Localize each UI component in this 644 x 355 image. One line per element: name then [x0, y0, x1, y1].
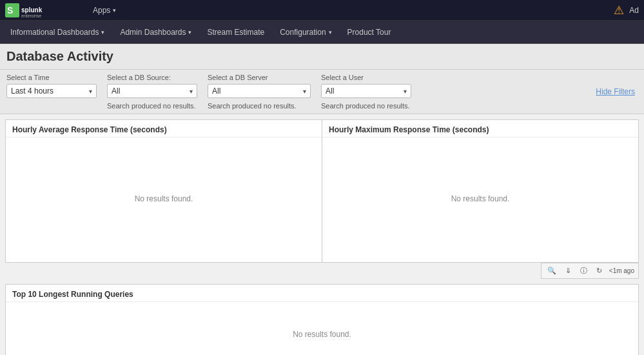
chart-panel-avg-response: Hourly Average Response Time (seconds) N… [6, 120, 322, 262]
filter-user-no-results: Search produced no results. [321, 102, 411, 110]
topbar-nav: Apps ▾ [86, 0, 614, 21]
filter-user-label: Select a User [321, 74, 411, 81]
download-icon[interactable]: ⇓ [563, 265, 573, 276]
filter-source-select[interactable]: All ▾ [107, 84, 197, 98]
bottom-title: Top 10 Longest Running Queries [6, 285, 638, 302]
nav-item-product-tour[interactable]: Product Tour [340, 21, 399, 44]
chart1-body: No results found. [6, 137, 322, 260]
navbar: Informational Dashboards ▾ Admin Dashboa… [0, 21, 644, 44]
filter-server-value: All [212, 86, 220, 96]
nav-chevron-icon: ▾ [188, 29, 191, 36]
nav-item-configuration[interactable]: Configuration ▾ [272, 21, 339, 44]
filter-user: Select a User All ▾ Search produced no r… [321, 74, 411, 110]
filter-user-value: All [326, 86, 334, 96]
nav-chevron-icon: ▾ [101, 29, 104, 36]
chart1-title: Hourly Average Response Time (seconds) [6, 120, 322, 137]
chart1-no-results: No results found. [135, 194, 193, 203]
apps-menu[interactable]: Apps ▾ [86, 0, 122, 21]
filter-time-label: Select a Time [6, 74, 97, 81]
page-content: Database Activity Select a Time Last 4 h… [0, 44, 644, 355]
nav-label: Admin Dashboards [120, 28, 186, 37]
filter-user-select[interactable]: All ▾ [321, 84, 411, 98]
alert-icon[interactable]: ⚠ [614, 3, 624, 17]
chart2-no-results: No results found. [451, 194, 510, 203]
filters-row: Select a Time Last 4 hours ▾ Select a DB… [0, 70, 644, 114]
info-icon[interactable]: ⓘ [578, 265, 589, 277]
svg-text:splunk: splunk [21, 6, 43, 14]
toolbar-time: <1m ago [609, 267, 634, 274]
chart2-title: Hourly Maximum Response Time (seconds) [322, 120, 638, 137]
filter-server-select[interactable]: All ▾ [208, 84, 311, 98]
filter-source-chevron-icon: ▾ [190, 88, 193, 95]
logo: S splunk enterprise [5, 3, 76, 17]
nav-item-informational-dashboards[interactable]: Informational Dashboards ▾ [3, 21, 112, 44]
filter-server-label: Select a DB Server [208, 74, 311, 81]
apps-label: Apps [93, 6, 110, 15]
chart2-body: No results found. [322, 137, 638, 260]
bottom-body: No results found. [6, 302, 638, 355]
bottom-section: Top 10 Longest Running Queries No result… [5, 284, 639, 355]
nav-item-stream-estimate[interactable]: Stream Estimate [199, 21, 272, 44]
hide-filters-button[interactable]: Hide Filters [593, 87, 638, 96]
filter-server: Select a DB Server All ▾ Search produced… [208, 74, 311, 110]
zoom-icon[interactable]: 🔍 [545, 265, 558, 276]
filter-time-select[interactable]: Last 4 hours ▾ [6, 84, 97, 98]
filter-time: Select a Time Last 4 hours ▾ [6, 74, 97, 98]
nav-label: Configuration [280, 28, 326, 37]
topbar-right: ⚠ Ad [614, 3, 639, 17]
filter-time-value: Last 4 hours [11, 86, 54, 96]
nav-label: Stream Estimate [207, 28, 264, 37]
nav-label: Informational Dashboards [10, 28, 99, 37]
filter-user-chevron-icon: ▾ [404, 88, 407, 95]
filter-source-no-results: Search produced no results. [107, 102, 197, 110]
apps-chevron-icon: ▾ [113, 7, 116, 14]
filter-time-chevron-icon: ▾ [89, 88, 92, 95]
nav-item-admin-dashboards[interactable]: Admin Dashboards ▾ [112, 21, 199, 44]
nav-label: Product Tour [347, 28, 391, 37]
chart-toolbar: 🔍 ⇓ ⓘ ↻ <1m ago [541, 263, 639, 279]
nav-chevron-icon: ▾ [329, 29, 332, 36]
charts-row: Hourly Average Response Time (seconds) N… [5, 119, 639, 263]
filter-source: Select a DB Source: All ▾ Search produce… [107, 74, 197, 110]
filter-source-value: All [112, 86, 120, 96]
svg-text:enterprise: enterprise [21, 14, 41, 17]
bottom-no-results: No results found. [293, 330, 351, 339]
filter-server-no-results: Search produced no results. [208, 102, 311, 110]
page-title: Database Activity [6, 49, 638, 64]
user-menu[interactable]: Ad [629, 6, 639, 15]
filter-source-label: Select a DB Source: [107, 74, 197, 81]
chart-panel-max-response: Hourly Maximum Response Time (seconds) N… [322, 120, 638, 262]
svg-text:S: S [7, 5, 13, 15]
page-header: Database Activity [0, 44, 644, 70]
topbar: S splunk enterprise Apps ▾ ⚠ Ad [0, 0, 644, 21]
refresh-icon[interactable]: ↻ [594, 265, 604, 276]
filter-server-chevron-icon: ▾ [303, 88, 306, 95]
